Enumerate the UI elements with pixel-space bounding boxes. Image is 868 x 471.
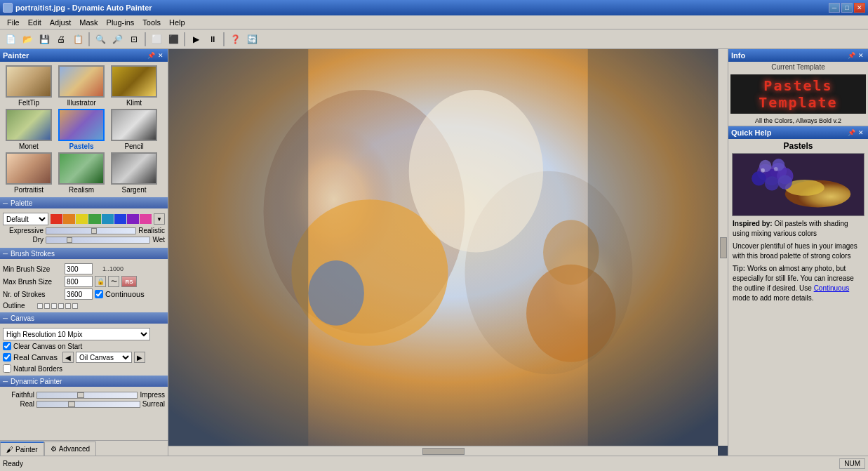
- brush-section-header[interactable]: ─ Brush Strokes: [0, 248, 168, 259]
- expressive-slider[interactable]: [46, 227, 136, 234]
- template-felttip[interactable]: FeltTip: [4, 65, 54, 107]
- canvas-prev-button[interactable]: ◀: [62, 352, 74, 363]
- palette-select[interactable]: Default: [3, 213, 48, 225]
- canvas-next-button[interactable]: ▶: [134, 352, 145, 363]
- dp-section-header[interactable]: ─ Dynamic Painter: [0, 376, 168, 387]
- min-brush-input[interactable]: [65, 263, 93, 274]
- save-button[interactable]: 💾: [36, 32, 52, 47]
- new-button[interactable]: 📄: [3, 32, 18, 47]
- template-portraitist[interactable]: Portraitist: [4, 152, 54, 194]
- info-close-button[interactable]: ✕: [857, 51, 865, 60]
- wave-button[interactable]: 〜: [108, 276, 119, 287]
- vscroll-thumb[interactable]: [720, 237, 727, 258]
- swatch-yellow[interactable]: [76, 214, 88, 224]
- toolbar-separator-2: [145, 32, 146, 46]
- template-monet[interactable]: Monet: [4, 109, 54, 150]
- info-pin-button[interactable]: 📌: [847, 51, 855, 60]
- vertical-scrollbar[interactable]: [718, 49, 728, 446]
- horizontal-scrollbar[interactable]: [168, 446, 718, 456]
- color-swatches: [51, 214, 152, 224]
- menu-plugins[interactable]: Plug-ins: [102, 17, 139, 28]
- canvas-section-header[interactable]: ─ Canvas: [0, 312, 168, 324]
- hscroll-thumb[interactable]: [422, 448, 465, 455]
- minimize-button[interactable]: ─: [829, 3, 840, 13]
- template-illustrator[interactable]: Illustrator: [56, 65, 107, 107]
- swatch-pink[interactable]: [140, 214, 152, 224]
- print-button[interactable]: 🖨: [53, 32, 69, 47]
- swatch-blue[interactable]: [114, 214, 126, 224]
- outline-dot-4[interactable]: [58, 303, 64, 309]
- left-panel: Painter 📌 ✕ FeltTip Illustrator Klimt: [0, 49, 168, 456]
- rotate-button[interactable]: 🔄: [244, 32, 260, 47]
- tab-painter[interactable]: 🖌 Painter: [0, 442, 44, 456]
- swatch-purple[interactable]: [127, 214, 139, 224]
- continuous-link[interactable]: Continuous: [814, 284, 850, 292]
- max-brush-row: Max Brush Size 🔒 〜 RS: [3, 276, 165, 287]
- menu-edit[interactable]: Edit: [24, 17, 46, 28]
- swatch-cyan[interactable]: [102, 214, 114, 224]
- outline-dot-2[interactable]: [44, 303, 50, 309]
- maximize-button[interactable]: □: [841, 3, 853, 13]
- template-sargent[interactable]: Sargent: [109, 152, 159, 194]
- menu-tools[interactable]: Tools: [138, 17, 165, 28]
- template-thumb-illustrator: [58, 65, 105, 98]
- dry-label: Dry: [3, 236, 44, 244]
- menu-mask[interactable]: Mask: [75, 17, 102, 28]
- help-button[interactable]: ❓: [227, 32, 243, 47]
- real-canvas-checkbox[interactable]: [3, 353, 11, 361]
- continuous-checkbox[interactable]: [95, 290, 103, 298]
- info-section: Info 📌 ✕ Current Template Pastels Templa…: [728, 49, 868, 126]
- zoom-in-button[interactable]: 🔎: [109, 32, 125, 47]
- outline-dot-6[interactable]: [72, 303, 78, 309]
- template-pastels[interactable]: Pastels: [56, 109, 107, 150]
- palette-row: Default ▼: [3, 213, 165, 225]
- svg-point-23: [761, 168, 765, 173]
- canvas-resolution-select[interactable]: High Resolution 10 Mpix: [3, 328, 150, 340]
- menu-file[interactable]: File: [3, 17, 24, 28]
- outline-dot-5[interactable]: [65, 303, 71, 309]
- brush-content: Min Brush Size 1..1000 Max Brush Size 🔒 …: [0, 259, 168, 312]
- zoom-out-button[interactable]: 🔍: [93, 32, 108, 47]
- real-slider[interactable]: [36, 401, 140, 408]
- canvas-button[interactable]: ⬜: [149, 32, 164, 47]
- template-thumb-pastels: [58, 109, 105, 141]
- template-pencil[interactable]: Pencil: [109, 109, 159, 150]
- canvas-alt-button[interactable]: ⬛: [166, 32, 181, 47]
- template-realism[interactable]: Realism: [56, 152, 107, 194]
- play-button[interactable]: ▶: [188, 32, 203, 47]
- help-close-button[interactable]: ✕: [857, 128, 865, 137]
- help-section: Quick Help 📌 ✕ Pastels: [728, 126, 868, 456]
- dry-slider[interactable]: [46, 237, 150, 244]
- bottom-tabs: 🖌 Painter ⚙ Advanced: [0, 440, 168, 456]
- lock-button[interactable]: 🔒: [95, 276, 106, 287]
- zoom-fit-button[interactable]: ⊡: [126, 32, 142, 47]
- faithful-slider[interactable]: [36, 392, 138, 399]
- swatch-dropdown[interactable]: ▼: [154, 213, 165, 225]
- canvas-type-select[interactable]: Oil Canvas: [76, 352, 132, 363]
- swatch-green[interactable]: [88, 214, 100, 224]
- template-thumb-sargent: [111, 152, 157, 185]
- close-button[interactable]: ✕: [854, 3, 865, 13]
- help-pin-button[interactable]: 📌: [847, 128, 855, 137]
- outline-dot-1[interactable]: [37, 303, 43, 309]
- panel-close-button[interactable]: ✕: [156, 51, 165, 60]
- template-klimt[interactable]: Klimt: [109, 65, 159, 107]
- panel-pin-button[interactable]: 📌: [147, 51, 155, 60]
- menu-help[interactable]: Help: [165, 17, 189, 28]
- rs-button[interactable]: RS: [121, 276, 137, 287]
- menu-adjust[interactable]: Adjust: [46, 17, 76, 28]
- swatch-orange[interactable]: [63, 214, 75, 224]
- open-button[interactable]: 📂: [20, 32, 35, 47]
- natural-borders-checkbox[interactable]: [3, 364, 11, 373]
- template-display: Pastels Template: [730, 74, 866, 114]
- outline-dot-3[interactable]: [51, 303, 57, 309]
- max-brush-label: Max Brush Size: [3, 278, 62, 286]
- browse-button[interactable]: 📋: [70, 32, 86, 47]
- pause-button[interactable]: ⏸: [205, 32, 220, 47]
- strokes-input[interactable]: [65, 288, 93, 300]
- palette-section-header[interactable]: ─ Palette: [0, 197, 168, 208]
- max-brush-input[interactable]: [65, 276, 93, 287]
- tab-advanced[interactable]: ⚙ Advanced: [44, 442, 96, 456]
- swatch-red[interactable]: [51, 214, 62, 224]
- clear-canvas-checkbox[interactable]: [3, 342, 11, 350]
